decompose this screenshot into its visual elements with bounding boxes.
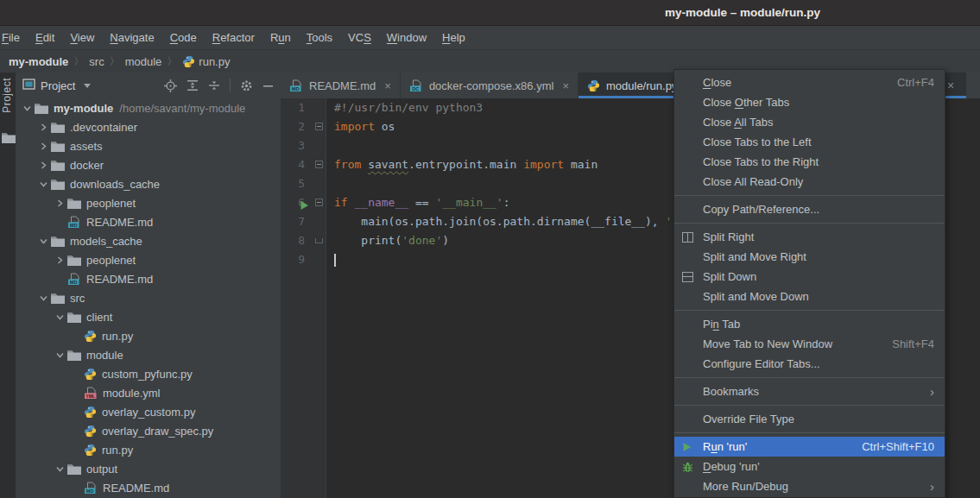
tree-item-path: /home/savant/my-module (119, 102, 245, 115)
chevron-right-icon[interactable] (35, 161, 51, 169)
code-line-8[interactable]: print('done') (334, 231, 449, 250)
menu-item-debug-run[interactable]: Debug 'run' (674, 457, 945, 476)
menu-item-split-and-move-down[interactable]: Split and Move Down (674, 287, 945, 306)
chevron-right-icon[interactable] (35, 123, 51, 131)
editor-tab-docker-compose.x86.yml[interactable]: DCdocker-compose.x86.yml× (401, 72, 579, 98)
menu-item-close[interactable]: CloseCtrl+F4 (674, 72, 945, 92)
title-bar[interactable]: my-module – module/run.py (0, 0, 980, 26)
tab-close-icon[interactable]: × (947, 79, 954, 92)
fold-marker-icon[interactable] (315, 231, 323, 250)
expand-all-icon[interactable] (187, 79, 199, 91)
tab-close-icon[interactable]: × (562, 79, 569, 92)
tree-item-overlay_custom.py[interactable]: overlay_custom.py (16, 402, 281, 421)
project-panel-title[interactable]: Project (41, 79, 75, 92)
chevron-down-icon[interactable] (52, 351, 67, 359)
tree-item-overlay_draw_spec.py[interactable]: overlay_draw_spec.py (16, 421, 281, 440)
chevron-down-icon[interactable] (19, 104, 35, 112)
menubar-item-refactor[interactable]: Refactor (205, 26, 262, 49)
chevron-down-icon[interactable] (52, 465, 67, 473)
tree-item-src[interactable]: src (16, 288, 281, 307)
menu-item-split-right[interactable]: Split Right (674, 227, 945, 247)
menu-item-pin-tab[interactable]: Pin Tab (674, 314, 945, 334)
menu-item-copy-path-reference[interactable]: Copy Path/Reference... (674, 199, 945, 219)
menubar-item-code[interactable]: Code (162, 26, 205, 49)
menu-item-shortcut: Ctrl+Shift+F10 (862, 440, 934, 453)
fold-marker-icon[interactable] (315, 117, 323, 136)
menu-item-close-other-tabs[interactable]: Close Other Tabs (674, 92, 945, 112)
chevron-down-icon[interactable] (35, 180, 51, 188)
tree-item-client[interactable]: client (16, 307, 281, 326)
menu-item-split-down[interactable]: Split Down (674, 267, 945, 287)
locate-icon[interactable] (164, 79, 177, 92)
tree-item-downloads_cache[interactable]: downloads_cache (16, 174, 281, 193)
tree-item-output[interactable]: output (16, 459, 281, 478)
tree-item-README.md[interactable]: MDREADME.md (16, 269, 281, 288)
code-line-2[interactable]: import os (334, 117, 395, 136)
menubar-item-edit[interactable]: Edit (28, 26, 62, 49)
code-line-4[interactable]: from savant.entrypoint.main import main (334, 155, 597, 174)
menu-item-split-and-move-right[interactable]: Split and Move Right (674, 247, 945, 267)
tree-item-README.md[interactable]: MDREADME.md (16, 478, 281, 497)
tree-item-custom_pyfunc.py[interactable]: custom_pyfunc.py (16, 364, 281, 383)
chevron-right-icon[interactable] (52, 256, 67, 264)
code-token: from (334, 158, 361, 171)
stripe-project-tab[interactable]: Project (1, 78, 15, 113)
tree-item-assets[interactable]: assets (16, 136, 281, 155)
menu-item-configure-editor-tabs[interactable]: Configure Editor Tabs... (674, 354, 945, 374)
menu-item-override-file-type[interactable]: Override File Type (674, 409, 945, 429)
tree-item-.devcontainer[interactable]: .devcontainer (16, 117, 281, 136)
menubar-item-run[interactable]: Run (262, 26, 299, 49)
fold-marker-icon[interactable] (315, 155, 323, 174)
menu-separator (674, 374, 945, 381)
breadcrumb-item-module[interactable]: module (123, 55, 164, 68)
code-line-1[interactable]: #!/usr/bin/env python3 (334, 98, 483, 117)
menubar-item-view[interactable]: View (62, 26, 102, 49)
menu-item-more-run-debug[interactable]: More Run/Debug› (674, 476, 945, 496)
code-line-6[interactable]: if __name__ == '__main__': (334, 193, 510, 212)
tree-item-module.yml[interactable]: YMLmodule.yml (16, 383, 281, 402)
menubar-item-help[interactable]: Help (434, 26, 473, 49)
menubar-item-window[interactable]: Window (379, 26, 434, 49)
menu-item-move-tab-to-new-window[interactable]: Move Tab to New WindowShift+F4 (674, 334, 945, 354)
chevron-right-icon[interactable] (35, 142, 51, 150)
tree-item-my-module[interactable]: my-module/home/savant/my-module (16, 98, 281, 117)
settings-icon[interactable] (240, 79, 253, 92)
tree-item-label: my-module (54, 102, 113, 115)
tree-item-module[interactable]: module (16, 345, 281, 364)
menu-item-close-all-read-only[interactable]: Close All Read-Only (674, 172, 945, 192)
breadcrumb-item-my-module[interactable]: my-module (7, 55, 70, 68)
chevron-down-icon[interactable] (35, 237, 51, 245)
menu-item-label: Pin Tab (703, 318, 934, 331)
menu-item-bookmarks[interactable]: Bookmarks› (674, 381, 945, 401)
fold-marker-icon[interactable] (315, 193, 323, 212)
tree-item-peoplenet[interactable]: peoplenet (16, 193, 281, 212)
tab-close-icon[interactable]: × (384, 79, 391, 92)
tree-item-README.md[interactable]: MDREADME.md (16, 212, 281, 231)
tree-item-run.py[interactable]: run.py (16, 326, 281, 345)
chevron-down-icon[interactable] (35, 294, 51, 302)
menubar-item-navigate[interactable]: Navigate (102, 26, 161, 49)
chevron-down-icon[interactable] (52, 313, 67, 321)
breadcrumb-item-src[interactable]: src (87, 55, 105, 68)
hide-icon[interactable] (262, 80, 274, 91)
collapse-all-icon[interactable] (208, 79, 220, 91)
menubar-item-vcs[interactable]: VCS (340, 26, 379, 49)
editor-tab-README.md[interactable]: MDREADME.md× (281, 72, 401, 98)
breadcrumb-item-run.py[interactable]: run.py (180, 55, 231, 68)
run-gutter-icon[interactable] (300, 193, 309, 212)
menu-item-run-run[interactable]: Run 'run'Ctrl+Shift+F10 (674, 437, 945, 457)
tree-item-models_cache[interactable]: models_cache (16, 231, 281, 250)
menubar-item-tools[interactable]: Tools (299, 26, 340, 49)
menu-item-close-tabs-to-the-left[interactable]: Close Tabs to the Left (674, 132, 945, 152)
tree-item-peoplenet[interactable]: peoplenet (16, 250, 281, 269)
chevron-right-icon[interactable] (52, 199, 67, 207)
chevron-down-icon[interactable] (84, 84, 91, 88)
code-line-7[interactable]: main(os.path.join(os.path.dirname(__file… (334, 212, 672, 231)
tree-item-docker[interactable]: docker (16, 155, 281, 174)
menu-item-close-tabs-to-the-right[interactable]: Close Tabs to the Right (674, 152, 945, 172)
code-token: .entrypoint.main (408, 158, 523, 171)
tree-item-run.py[interactable]: run.py (16, 440, 281, 459)
code-line-9[interactable] (334, 250, 336, 269)
menu-item-close-all-tabs[interactable]: Close All Tabs (674, 112, 945, 132)
menubar-item-file[interactable]: File (0, 26, 28, 49)
